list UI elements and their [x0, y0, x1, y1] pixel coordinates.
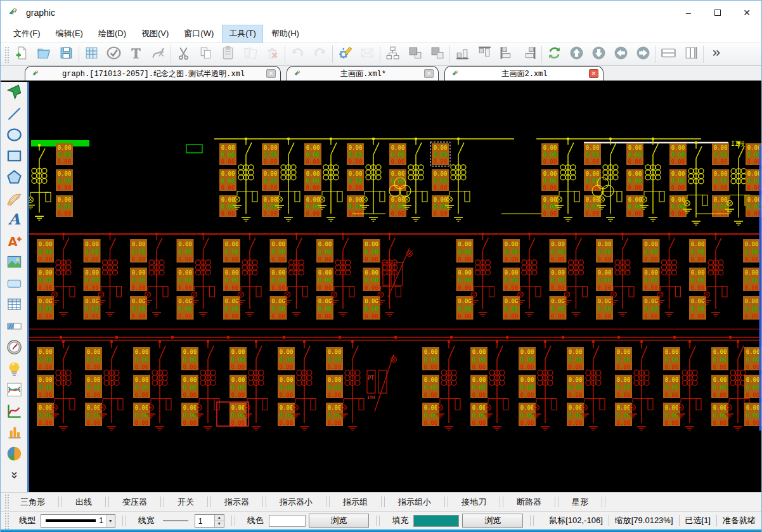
- grid-settings-button[interactable]: [81, 44, 103, 64]
- line-type-dropdown-arrow[interactable]: ▼: [106, 515, 115, 527]
- menu-item-view[interactable]: 视图(V): [135, 25, 175, 42]
- move-up-button[interactable]: [565, 44, 588, 64]
- align-right-button[interactable]: [518, 44, 540, 64]
- shape-button-switch[interactable]: 开关: [168, 494, 203, 510]
- send-to-back-button[interactable]: [426, 44, 448, 64]
- tool-line[interactable]: [3, 105, 25, 126]
- cut-button[interactable]: [172, 44, 195, 64]
- tab-close-button[interactable]: ✕: [424, 69, 434, 78]
- menu-item-edit[interactable]: 编辑(E): [49, 25, 89, 42]
- document-tab-2[interactable]: 主画面.xml*✕: [287, 66, 439, 81]
- menu-item-tools[interactable]: 工具(T): [223, 25, 262, 42]
- bring-to-front-button[interactable]: [404, 44, 426, 64]
- maximize-button[interactable]: [703, 1, 732, 25]
- drawing-canvas[interactable]: II段0.000.000.000.000.000.000.000.000.000…: [29, 82, 761, 492]
- align-top-button[interactable]: [474, 44, 496, 64]
- validate-check-button[interactable]: [103, 44, 125, 64]
- fill-color-swatch[interactable]: [413, 515, 459, 527]
- tool-ellipse[interactable]: [3, 126, 25, 147]
- spin-up-arrow[interactable]: ▲: [215, 515, 224, 521]
- svg-text:0.00: 0.00: [713, 364, 727, 370]
- tool-table[interactable]: [3, 295, 25, 317]
- shape-button-outgoing-line[interactable]: 出线: [66, 494, 101, 510]
- shapebar-drag-handle[interactable]: [4, 494, 9, 510]
- document-tab-1[interactable]: graph.[171013-2057].纪念之图.测试半透明.xml✕: [25, 66, 281, 81]
- main-area: AA II段0.000.000.000.000.000.000.000.000.…: [1, 82, 761, 492]
- propbar-drag-handle[interactable]: [4, 512, 9, 529]
- new-file-button[interactable]: [11, 44, 33, 64]
- menu-item-draw[interactable]: 绘图(D): [92, 25, 132, 42]
- shape-button-breaker[interactable]: 断路器: [507, 494, 551, 510]
- tool-clock-gauge[interactable]: [3, 338, 25, 360]
- svg-text:0.00: 0.00: [586, 159, 600, 165]
- tool-polygon[interactable]: [3, 168, 25, 190]
- shape-button-indicator-group[interactable]: 指示组: [333, 494, 377, 510]
- settings-gear-button[interactable]: [334, 44, 356, 64]
- minimize-button[interactable]: –: [674, 1, 703, 25]
- open-file-button[interactable]: [33, 44, 55, 64]
- line-type-select[interactable]: 1 ▼: [41, 514, 115, 528]
- text-tool-button[interactable]: [125, 44, 147, 64]
- shape-button-star[interactable]: 星形: [562, 494, 598, 510]
- toolbar-overflow-button[interactable]: [705, 44, 727, 64]
- tool-palette-more[interactable]: [3, 465, 25, 487]
- tool-arc-fan[interactable]: [3, 190, 25, 211]
- tool-button[interactable]: [3, 275, 25, 296]
- svg-text:0.00: 0.00: [183, 356, 197, 363]
- spin-down-arrow[interactable]: ▼: [215, 521, 224, 527]
- fill-browse-button[interactable]: 浏览: [462, 514, 523, 528]
- menu-item-window[interactable]: 窗口(W): [178, 25, 220, 42]
- tool-trend-chart[interactable]: [3, 402, 25, 424]
- spinner-buttons: ▲ ▼: [214, 515, 224, 527]
- shape-button-ground-knife[interactable]: 接地刀: [452, 494, 496, 510]
- split-rows-button[interactable]: [657, 44, 680, 64]
- shape-button-transformer[interactable]: 变压器: [113, 494, 157, 510]
- shape-button-indicator-group-small[interactable]: 指示组小: [389, 494, 441, 510]
- move-left-button[interactable]: [610, 44, 632, 64]
- document-tab-3[interactable]: 主画面2.xml✕: [444, 66, 604, 81]
- split-columns-button[interactable]: [680, 44, 702, 64]
- tool-text-plus[interactable]: A: [3, 232, 25, 254]
- svg-text:0.00: 0.00: [520, 405, 534, 411]
- move-right-button[interactable]: [632, 44, 654, 64]
- copy-button[interactable]: [195, 44, 217, 64]
- line-color-browse-button[interactable]: 浏览: [309, 514, 370, 528]
- tool-bar-chart[interactable]: [3, 423, 25, 444]
- svg-text:0.00: 0.00: [713, 420, 727, 426]
- refresh-button[interactable]: [543, 44, 565, 64]
- svg-text:0.00: 0.00: [520, 412, 534, 418]
- shape-button-triangle[interactable]: 三角形: [11, 494, 55, 510]
- undo-icon: [290, 45, 306, 63]
- tool-image[interactable]: [3, 253, 25, 275]
- menu-item-file[interactable]: 文件(F): [7, 25, 47, 42]
- svg-text:0.00: 0.00: [306, 171, 320, 177]
- close-button[interactable]: ✕: [732, 1, 761, 25]
- topology-tree-button[interactable]: [382, 44, 404, 64]
- tool-text[interactable]: A: [3, 211, 25, 232]
- tool-pie-chart[interactable]: [3, 444, 25, 466]
- toolbar-drag-handle[interactable]: [4, 46, 9, 63]
- paste-button[interactable]: [217, 44, 239, 64]
- line-color-swatch[interactable]: [269, 515, 306, 527]
- save-file-button[interactable]: [55, 44, 77, 64]
- align-bottom-button[interactable]: [451, 44, 474, 64]
- menu-item-help[interactable]: 帮助(H): [265, 25, 306, 42]
- tab-close-button[interactable]: ✕: [266, 69, 276, 78]
- tool-select[interactable]: [3, 83, 25, 105]
- shape-button-indicator-small[interactable]: 指示器小: [270, 494, 322, 510]
- move-down-button[interactable]: [588, 44, 610, 64]
- tool-indicator-bulb[interactable]: [3, 360, 25, 381]
- align-left-button[interactable]: [496, 44, 518, 64]
- svg-text:0.00: 0.00: [472, 377, 486, 383]
- tool-progress-bar[interactable]: [3, 317, 25, 339]
- line-width-spinner[interactable]: 1 ▲ ▼: [195, 514, 224, 528]
- svg-text:0.00: 0.00: [691, 256, 705, 263]
- grid-settings-icon: [84, 45, 100, 63]
- tool-rectangle[interactable]: [3, 147, 25, 169]
- select-icon: [6, 84, 23, 103]
- svg-text:0.00: 0.00: [221, 145, 235, 151]
- tab-close-button[interactable]: ✕: [589, 69, 598, 78]
- curve-edit-button[interactable]: [147, 44, 169, 64]
- shape-button-indicator[interactable]: 指示器: [215, 494, 259, 510]
- tool-curve-chart[interactable]: [3, 380, 25, 402]
